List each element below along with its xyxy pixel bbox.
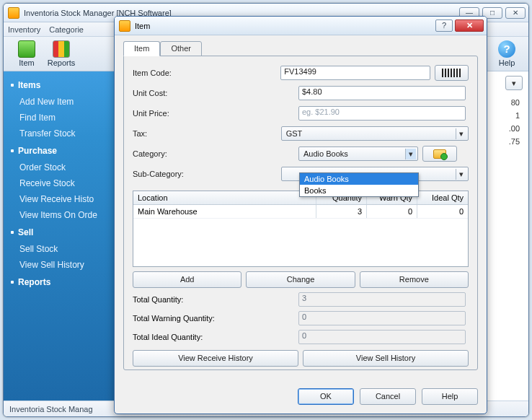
sidebar-group-purchase[interactable]: Purchase bbox=[4, 141, 118, 159]
unit-price-input[interactable]: eg. $21.90 bbox=[298, 106, 466, 121]
dialog-tabstrip: Item Other bbox=[123, 41, 478, 56]
category-option-books[interactable]: Books bbox=[300, 185, 418, 196]
toolbar-reports-label: Reports bbox=[44, 58, 79, 67]
help-icon: ? bbox=[498, 40, 515, 58]
unit-cost-input[interactable]: $4.80 bbox=[298, 86, 466, 100]
tab-other[interactable]: Other bbox=[160, 41, 202, 56]
category-value: Audio Books bbox=[303, 149, 348, 158]
change-button[interactable]: Change bbox=[246, 271, 355, 288]
tab-panel-item: Item Code: FV13499 Unit Cost: $4.80 Unit… bbox=[123, 56, 478, 370]
app-icon bbox=[8, 7, 19, 19]
label-unit-price: Unit Price: bbox=[133, 109, 298, 118]
close-button[interactable]: ✕ bbox=[505, 7, 526, 19]
barcode-button[interactable] bbox=[435, 65, 469, 81]
tax-value: GST bbox=[286, 129, 303, 138]
label-unit-cost: Unit Cost: bbox=[133, 89, 298, 97]
label-total-ideal: Total Ideal Quantity: bbox=[133, 333, 298, 341]
label-total-qty: Total Quantity: bbox=[133, 295, 298, 304]
item-dialog: Item ? ✕ Item Other Item Code: FV13499 U… bbox=[114, 16, 487, 414]
sidebar-group-reports[interactable]: Reports bbox=[4, 273, 118, 291]
add-button[interactable]: Add bbox=[133, 271, 241, 288]
sidebar-group-sell[interactable]: Sell bbox=[4, 223, 118, 241]
label-tax: Tax: bbox=[133, 129, 281, 138]
category-browse-button[interactable] bbox=[422, 146, 457, 162]
sidebar-item-find-item[interactable]: Find Item bbox=[4, 110, 118, 126]
chevron-down-icon: ▾ bbox=[405, 149, 416, 159]
tax-select[interactable]: GST ▾ bbox=[281, 126, 469, 141]
col-ideal-qty[interactable]: Ideal Qty bbox=[417, 191, 468, 204]
total-qty-value: 3 bbox=[298, 292, 466, 307]
sidebar: Items Add New Item Find Item Transfer St… bbox=[4, 71, 118, 401]
category-select[interactable]: Audio Books ▾ bbox=[298, 146, 418, 161]
dialog-footer: OK Cancel Help bbox=[115, 381, 487, 414]
remove-button[interactable]: Remove bbox=[360, 271, 469, 288]
folder-icon bbox=[433, 149, 446, 159]
col-location[interactable]: Location bbox=[133, 191, 316, 204]
dialog-title: Item bbox=[135, 22, 150, 30]
tab-item[interactable]: Item bbox=[123, 41, 160, 56]
sidebar-item-view-receive-history[interactable]: View Receive Histo bbox=[4, 191, 118, 207]
bar-chart-icon bbox=[53, 40, 70, 58]
menu-inventory[interactable]: Inventory bbox=[8, 25, 40, 34]
dialog-icon bbox=[119, 20, 130, 32]
chevron-down-icon: ▾ bbox=[456, 128, 466, 139]
toolbar-reports-button[interactable]: Reports bbox=[44, 40, 79, 67]
menu-categories[interactable]: Categorie bbox=[49, 25, 84, 34]
plus-icon bbox=[18, 40, 35, 58]
category-dropdown-list[interactable]: Audio Books Books bbox=[299, 172, 419, 197]
category-option-audio-books[interactable]: Audio Books bbox=[300, 173, 418, 185]
view-receive-history-button[interactable]: View Receive History bbox=[133, 350, 298, 367]
label-category: Category: bbox=[133, 149, 298, 158]
sidebar-item-order-stock[interactable]: Order Stock bbox=[4, 159, 118, 175]
toolbar-item-label: Item bbox=[9, 58, 44, 67]
label-item-code: Item Code: bbox=[133, 69, 280, 77]
cancel-button[interactable]: Cancel bbox=[360, 388, 416, 405]
location-table: Location Quantity Warn Qty Ideal Qty Mai… bbox=[133, 191, 469, 267]
sidebar-item-sell-stock[interactable]: Sell Stock bbox=[4, 241, 118, 257]
sidebar-item-view-items-on-order[interactable]: View Items On Orde bbox=[4, 207, 118, 223]
label-sub-category: Sub-Category: bbox=[133, 170, 281, 178]
content-values: 80 1 .00 .75 bbox=[509, 96, 520, 148]
dialog-close-button[interactable]: ✕ bbox=[455, 19, 484, 32]
label-total-warn: Total Warning Quantity: bbox=[133, 314, 298, 323]
item-code-input[interactable]: FV13499 bbox=[280, 66, 430, 80]
view-sell-history-button[interactable]: View Sell History bbox=[303, 350, 469, 367]
chevron-down-icon: ▾ bbox=[456, 169, 466, 180]
toolbar-help-button[interactable]: ? Help bbox=[491, 40, 523, 67]
toolbar-item-button[interactable]: Item bbox=[9, 40, 44, 67]
statusbar-text: Inventoria Stock Manag bbox=[9, 405, 93, 414]
barcode-icon bbox=[442, 69, 462, 77]
sidebar-item-transfer-stock[interactable]: Transfer Stock bbox=[4, 126, 118, 141]
sidebar-item-view-sell-history[interactable]: View Sell History bbox=[4, 257, 118, 273]
content-dropdown-toggle[interactable]: ▾ bbox=[505, 76, 523, 90]
help-button[interactable]: Help bbox=[422, 388, 478, 405]
ok-button[interactable]: OK bbox=[298, 388, 354, 405]
sidebar-group-items[interactable]: Items bbox=[4, 76, 118, 94]
dialog-titlebar: Item ? ✕ bbox=[115, 17, 487, 35]
total-ideal-value: 0 bbox=[298, 330, 466, 344]
toolbar-help-label: Help bbox=[491, 58, 523, 67]
table-row[interactable]: Main Warehouse 3 0 0 bbox=[133, 205, 468, 219]
sidebar-item-add-new-item[interactable]: Add New Item bbox=[4, 94, 118, 110]
sidebar-item-receive-stock[interactable]: Receive Stock bbox=[4, 175, 118, 191]
total-warn-value: 0 bbox=[298, 311, 466, 325]
dialog-help-titlebar-button[interactable]: ? bbox=[435, 19, 453, 32]
